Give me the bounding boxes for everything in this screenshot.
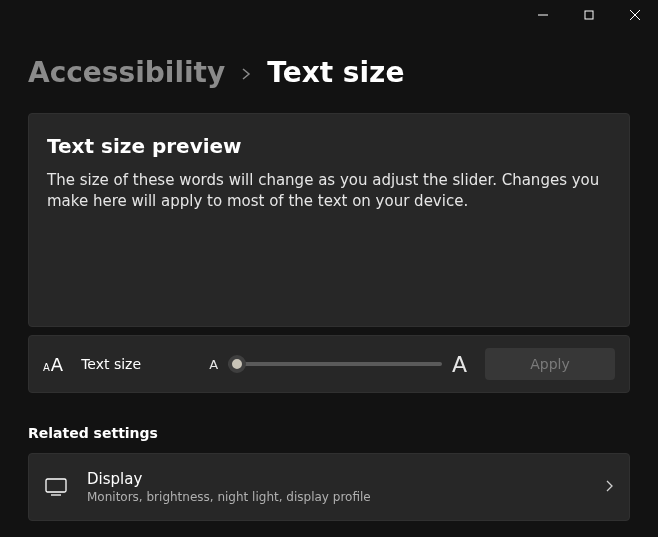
text-size-preview-panel: Text size preview The size of these word… xyxy=(28,113,630,327)
preview-title: Text size preview xyxy=(47,134,611,158)
slider-max-marker: A xyxy=(452,352,467,377)
close-icon xyxy=(630,10,640,20)
slider-label: Text size xyxy=(81,356,141,372)
apply-button[interactable]: Apply xyxy=(485,348,615,380)
slider-control: A A xyxy=(209,352,467,377)
window-titlebar xyxy=(0,0,658,32)
related-settings-heading: Related settings xyxy=(28,425,630,441)
breadcrumb-parent[interactable]: Accessibility xyxy=(28,56,225,89)
preview-body: The size of these words will change as y… xyxy=(47,170,611,212)
minimize-icon xyxy=(538,10,548,20)
breadcrumb: Accessibility Text size xyxy=(28,56,630,89)
monitor-icon xyxy=(45,478,67,496)
slider-min-marker: A xyxy=(209,357,218,372)
slider-thumb[interactable] xyxy=(228,355,246,373)
chevron-right-icon xyxy=(605,479,613,495)
page-title: Text size xyxy=(267,56,404,89)
window-controls xyxy=(520,0,658,30)
related-display-text: Display Monitors, brightness, night ligh… xyxy=(87,470,585,504)
text-size-slider-row: AA Text size A A Apply xyxy=(28,335,630,393)
minimize-button[interactable] xyxy=(520,0,566,30)
related-display-title: Display xyxy=(87,470,585,488)
svg-rect-1 xyxy=(585,11,593,19)
chevron-right-icon xyxy=(241,61,251,84)
related-display-link[interactable]: Display Monitors, brightness, night ligh… xyxy=(28,453,630,521)
maximize-icon xyxy=(584,10,594,20)
related-display-subtitle: Monitors, brightness, night light, displ… xyxy=(87,490,585,504)
maximize-button[interactable] xyxy=(566,0,612,30)
text-size-slider[interactable] xyxy=(228,362,442,366)
text-size-icon: AA xyxy=(43,354,63,375)
close-button[interactable] xyxy=(612,0,658,30)
svg-rect-4 xyxy=(46,479,66,492)
